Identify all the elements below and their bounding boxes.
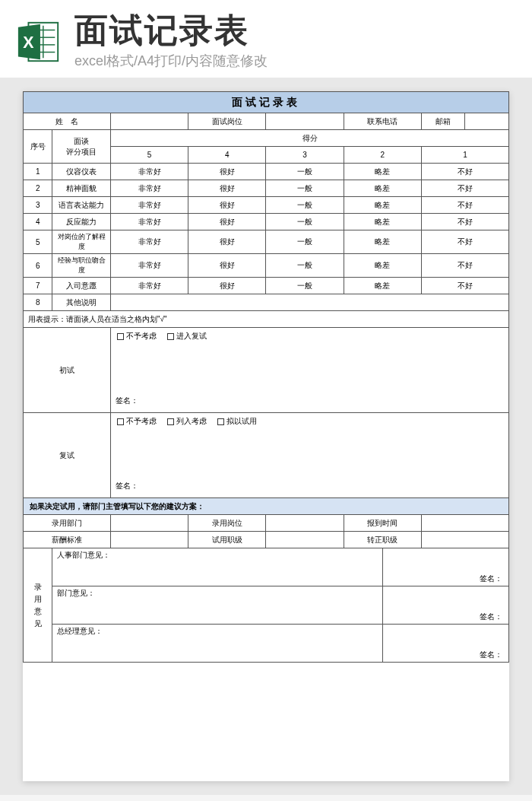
main-title: 面试记录表 — [74, 14, 517, 47]
opinions-header: 录 用 意 见 — [24, 548, 52, 663]
initial-label: 初试 — [24, 328, 111, 413]
label-name: 姓 名 — [24, 113, 111, 130]
opinion-dept: 部门意见： 签名： — [24, 586, 509, 625]
checkbox-icon[interactable] — [117, 418, 124, 425]
opinion-hr: 录 用 意 见 人事部门意见： 签名： — [24, 548, 509, 586]
score-5: 5 — [111, 147, 188, 164]
value-email[interactable] — [465, 113, 509, 130]
header-text: 面试记录表 excel格式/A4打印/内容随意修改 — [74, 14, 517, 70]
table-row: 1仪容仪表非常好很好一般略差不好 — [24, 164, 509, 180]
excel-icon: X — [15, 18, 62, 65]
value-name[interactable] — [111, 113, 188, 130]
hire-row-2: 薪酬标准 试用职级 转正职级 — [24, 532, 509, 548]
interview-form-table: 面试记录表 姓 名 面试岗位 联系电话 邮箱 序号 面谈 评分项目 得分 5 4… — [23, 91, 509, 663]
form-title: 面试记录表 — [24, 92, 509, 113]
score-4: 4 — [188, 147, 266, 164]
opinion-gm: 总经理意见： 签名： — [24, 625, 509, 663]
hire-row-1: 录用部门 录用岗位 报到时间 — [24, 515, 509, 532]
hint-row: 用表提示：请面谈人员在适当之格内划"√" — [24, 311, 509, 328]
initial-options: 初试 不予考虑 进入复试 — [24, 328, 509, 345]
svg-text:X: X — [23, 33, 34, 52]
table-row: 5对岗位的了解程度非常好很好一般略差不好 — [24, 230, 509, 254]
col-item: 面谈 评分项目 — [52, 130, 111, 164]
score-3: 3 — [266, 147, 344, 164]
hint-text: 用表提示：请面谈人员在适当之格内划"√" — [24, 311, 509, 328]
retest-label: 复试 — [24, 413, 111, 498]
table-row: 6经验与职位吻合度非常好很好一般略差不好 — [24, 254, 509, 278]
decision-band: 如果决定试用，请部门主管填写以下您的建议方案： — [24, 498, 509, 515]
col-seq: 序号 — [24, 130, 52, 164]
label-phone: 联系电话 — [344, 113, 421, 130]
info-row: 姓 名 面试岗位 联系电话 邮箱 — [24, 113, 509, 130]
label-email: 邮箱 — [421, 113, 465, 130]
checkbox-icon[interactable] — [117, 333, 124, 340]
subtitle: excel格式/A4打印/内容随意修改 — [74, 52, 517, 70]
page-wrap: 面试记录表 姓 名 面试岗位 联系电话 邮箱 序号 面谈 评分项目 得分 5 4… — [0, 78, 532, 795]
label-position: 面试岗位 — [188, 113, 266, 130]
score-2: 2 — [344, 147, 421, 164]
score-header-row-1: 序号 面谈 评分项目 得分 — [24, 130, 509, 147]
table-row: 8其他说明 — [24, 294, 509, 311]
table-row: 4反应能力非常好很好一般略差不好 — [24, 214, 509, 230]
value-position[interactable] — [266, 113, 344, 130]
form-sheet: 面试记录表 姓 名 面试岗位 联系电话 邮箱 序号 面谈 评分项目 得分 5 4… — [23, 91, 509, 781]
score-1: 1 — [421, 147, 508, 164]
table-row: 7入司意愿非常好很好一般略差不好 — [24, 278, 509, 294]
table-row: 2精神面貌非常好很好一般略差不好 — [24, 180, 509, 197]
checkbox-icon[interactable] — [217, 418, 224, 425]
form-title-row: 面试记录表 — [24, 92, 509, 113]
page-header: X 面试记录表 excel格式/A4打印/内容随意修改 — [0, 0, 532, 78]
col-score: 得分 — [111, 130, 509, 147]
checkbox-icon[interactable] — [167, 333, 174, 340]
checkbox-icon[interactable] — [167, 418, 174, 425]
table-row: 3语言表达能力非常好很好一般略差不好 — [24, 197, 509, 214]
retest-options: 复试 不予考虑 列入考虑 拟以试用 — [24, 413, 509, 430]
